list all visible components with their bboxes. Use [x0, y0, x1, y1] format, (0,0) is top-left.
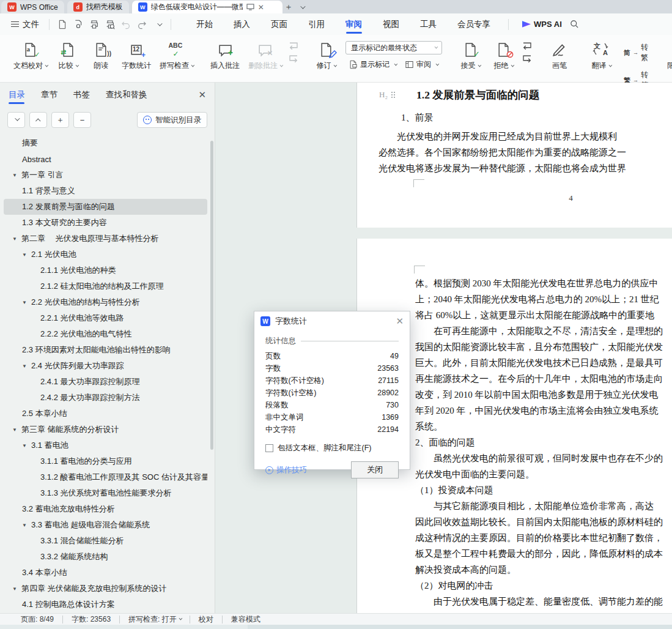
save-button[interactable]	[54, 17, 70, 32]
toc-item[interactable]: ▼ 3.4 本章小结	[4, 565, 207, 581]
text-line[interactable]: 2、面临的问题	[415, 434, 672, 450]
previous-comment-icon[interactable]	[288, 42, 299, 51]
toc-collapse-arrow-icon[interactable]: ▼	[12, 586, 21, 592]
toc-item[interactable]: ▼ 2.2.1 光伏电池等效电路	[4, 310, 207, 326]
print-preview-button[interactable]	[102, 17, 118, 32]
text-line[interactable]: 再生能源技术之一。在今后的十几年中，太阳电池的市场走向	[415, 371, 672, 387]
close-sidebar-icon[interactable]: ✕	[198, 89, 206, 100]
menu-item[interactable]: 视图	[372, 13, 410, 35]
document-page-4[interactable]: H₂ 1.2 发展前景与面临的问题 1、前景 光伏发电的并网开发应用已经成为目前…	[356, 83, 672, 228]
toc-item[interactable]: ▼ 1.1 背景与意义	[4, 183, 207, 199]
next-comment-icon[interactable]	[288, 54, 299, 64]
accept-change-button[interactable]: ✓ 接受	[454, 40, 486, 72]
print-button[interactable]	[86, 17, 102, 32]
text-line[interactable]: （1）投资成本问题	[415, 482, 672, 498]
status-item[interactable]: 拼写检查: 打开	[120, 616, 190, 623]
review-panel-button[interactable]: 审阅	[402, 58, 441, 71]
next-change-icon[interactable]	[522, 54, 533, 64]
text-line[interactable]: 体。根据预测 2030 年太阳能光伏发电在世界总电力的供应中	[415, 275, 672, 291]
toc-item[interactable]: ▼ 2.4.1 最大功率跟踪控制原理	[4, 374, 207, 390]
toc-item[interactable]: ▼ 第四章 光伏储能及充放电控制系统的设计	[4, 581, 207, 597]
close-tab-icon[interactable]: ✕	[258, 4, 264, 11]
track-changes-button[interactable]: 修订	[310, 40, 342, 72]
toc-item[interactable]: ▼ 摘要	[4, 135, 207, 151]
menu-item[interactable]: 工具	[410, 13, 447, 35]
toc-collapse-arrow-icon[interactable]: ▼	[22, 300, 31, 305]
text-line[interactable]: 系统。	[415, 419, 672, 434]
undo-button[interactable]	[118, 17, 134, 32]
redo-button[interactable]	[134, 17, 150, 32]
restrict-editing-button[interactable]: 限制编辑	[663, 40, 672, 72]
translate-button[interactable]: 文 A 翻译	[585, 40, 617, 72]
text-line[interactable]: 由于光伏发电属于稳定差、能量密度低、调节能力差的能	[415, 594, 672, 609]
toc-item[interactable]: ▼ 1.3 本文研究的主要内容	[4, 215, 207, 231]
menu-item[interactable]: 会员专享	[447, 13, 501, 35]
text-line[interactable]: 巨大。此外，目前太阳能光伏发电技术已日趋成熟，是最具可	[415, 355, 672, 371]
text-line[interactable]: 我国的太阳能资源比较丰富，且分布范围较广，太阳能光伏发	[415, 339, 672, 355]
sidebar-tab[interactable]: 书签	[73, 83, 90, 107]
previous-change-icon[interactable]	[522, 42, 533, 51]
word-count-button[interactable]: 12 + 字数统计	[118, 40, 155, 72]
menu-item[interactable]: 开始	[186, 13, 223, 35]
text-line[interactable]: （2）对电网的冲击	[415, 578, 672, 594]
show-markup-button[interactable]: 显示标记	[345, 58, 399, 71]
new-tab-button[interactable]: ＋	[282, 1, 295, 13]
tips-link[interactable]: 操作技巧	[265, 465, 307, 475]
insert-comment-button[interactable]: + 插入批注	[207, 40, 243, 72]
toc-item[interactable]: ▼ 2.1.1 光伏电池的种类	[4, 262, 207, 278]
text-line[interactable]: 因此回收效益期比较长。目前国内太阳能电池板的原材料硅的	[415, 514, 672, 530]
text-line[interactable]: 光伏发电中面临的主要问题。	[415, 466, 672, 482]
text-line[interactable]: 光伏发电将逐步发展为一种替代能源，太阳能也将会成为世界	[378, 160, 672, 176]
collapse-all-button[interactable]	[7, 112, 25, 128]
simplified-to-traditional-button[interactable]: 简→ 转繁	[621, 41, 651, 64]
drag-handle-icon[interactable]	[391, 91, 396, 99]
export-pdf-button[interactable]	[70, 17, 86, 32]
tab-current-document[interactable]: W 绿色低碳变电站设计——微型 ✕	[132, 1, 282, 13]
text-line[interactable]: 与其它新能源项目相比，太阳能单位造价非常高，高达	[415, 498, 672, 514]
toc-item[interactable]: ▼ 3.1.1 蓄电池的分类与应用	[4, 453, 207, 469]
status-item[interactable]: 校对	[190, 616, 223, 623]
text-line[interactable]: 将占 60%以上，这就更显示出太阳能在能源战略中的重要地	[415, 307, 672, 323]
include-footnotes-option[interactable]: 包括文本框、脚注和尾注(F)	[265, 443, 399, 453]
close-dialog-icon[interactable]: ✕	[396, 316, 404, 327]
toc-item[interactable]: ▼ 3.3.1 混合储能性能分析	[4, 533, 207, 549]
text-line[interactable]: 成这种情况的主要原因。目前的价格要比本世纪初翻了数倍，	[415, 530, 672, 546]
toc-item[interactable]: ▼ 2.2 光伏电池的结构与特性分析	[4, 294, 207, 310]
tab-wps-home[interactable]: W WPS Office	[1, 1, 64, 13]
toc-item[interactable]: ▼ 2.1.2 硅太阳电池的结构及工作原理	[4, 278, 207, 294]
sidebar-scrollbar-thumb[interactable]	[210, 141, 213, 450]
toc-collapse-arrow-icon[interactable]: ▼	[12, 173, 21, 178]
menu-item[interactable]: 引用	[298, 13, 335, 35]
toc-item[interactable]: ▼ 4.1 控制电路总体设计方案	[4, 597, 207, 612]
section-heading[interactable]: 1.2 发展前景与面临的问题	[416, 87, 672, 102]
text-line[interactable]: 必然选择。各个国家都纷纷把太阳能作为重要的战略能源之一	[378, 144, 672, 160]
status-item[interactable]: 兼容模式	[223, 616, 269, 623]
sidebar-tab[interactable]: 查找和替换	[106, 83, 147, 107]
zoom-in-outline-button[interactable]: ＋	[51, 112, 69, 128]
text-line[interactable]: 上；2040 年太阳能光伏发电将占总电力的 20%以上；21 世纪	[415, 291, 672, 307]
toc-item[interactable]: ▼ 1.2 发展前景与面临的问题	[4, 199, 207, 215]
text-line[interactable]: 年到 2020 年，中国光伏发电的市场主流将会由独立发电系统	[415, 403, 672, 419]
menu-item[interactable]: 插入	[223, 13, 260, 35]
toc-collapse-arrow-icon[interactable]: ▼	[22, 443, 31, 448]
toc-item[interactable]: ▼ 3.2 蓄电池充放电特性分析	[4, 501, 207, 517]
toc-item[interactable]: ▼ 第三章 储能系统的分析设计	[4, 422, 207, 437]
text-line[interactable]: 光伏发电的并网开发应用已经成为目前世界上大规模利	[378, 128, 672, 144]
toc-collapse-arrow-icon[interactable]: ▼	[12, 236, 21, 242]
text-line[interactable]: 解决投资成本高的问题。	[415, 562, 672, 578]
toc-item[interactable]: ▼ 3.3.2 储能系统结构	[4, 549, 207, 565]
sidebar-tab[interactable]: 目录	[9, 83, 25, 107]
checkbox-unchecked[interactable]	[265, 444, 273, 452]
text-line[interactable]: 虽然光伏发电的前景很可观，但同时发展中也存在不少的	[415, 450, 672, 466]
spell-check-button[interactable]: ABC ✓ 拼写检查	[156, 40, 197, 72]
reject-change-button[interactable]: 拒绝	[487, 40, 519, 72]
toc-collapse-arrow-icon[interactable]: ▼	[22, 252, 31, 258]
sidebar-tab[interactable]: 章节	[41, 83, 57, 107]
toc-item[interactable]: ▼ Abstract	[4, 151, 207, 167]
status-item[interactable]: 页面: 8/49	[12, 616, 63, 623]
read-aloud-button[interactable]: )) 朗读	[85, 40, 117, 72]
file-menu-button[interactable]: 文件	[6, 19, 44, 30]
toc-item[interactable]: ▼ 3.1.3 光伏系统对蓄电池性能要求分析	[4, 485, 207, 501]
status-item[interactable]: 字数: 23563	[63, 616, 120, 623]
search-icon[interactable]	[567, 17, 583, 32]
